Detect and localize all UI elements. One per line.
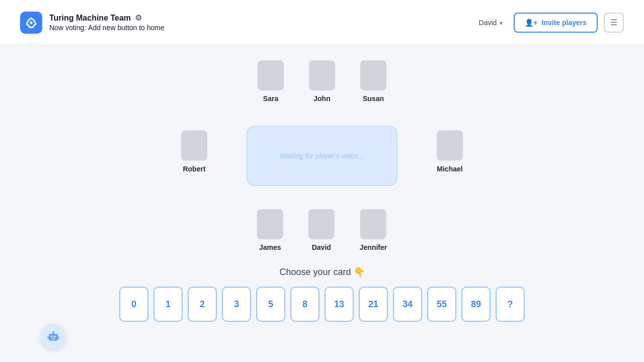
main-content: Sara John Susan Robert [0,45,644,362]
avatar-robert [181,131,207,161]
player-name-jennifer: Jennifer [360,243,387,251]
user-selector[interactable]: David [474,16,508,30]
player-name-david: David [312,243,331,251]
player-name-john: John [313,95,330,103]
card-button-89[interactable]: 89 [461,287,491,322]
avatar-michael [437,131,463,161]
top-players: Sara John Susan [258,60,386,103]
choose-label: Choose your card 👇 [0,266,644,278]
player-card-robert: Robert [181,131,207,173]
player-card-susan: Susan [360,60,386,103]
player-name-robert: Robert [183,165,205,173]
invite-icon: 👤+ [525,19,537,27]
left-players: Robert [181,131,207,173]
svg-rect-7 [47,336,49,339]
player-card-david: David [308,209,335,251]
card-button-?[interactable]: ? [496,287,525,322]
card-button-55[interactable]: 55 [427,287,456,322]
player-name-james: James [259,243,281,251]
card-button-34[interactable]: 34 [393,287,422,322]
waiting-text: Waiting for player's votes... [280,152,364,160]
header-actions: David 👤+ Invite players ☰ [474,13,624,33]
robot-icon [46,329,61,344]
header-title-group: Turing Machine Team ⚙ Now voting: Add ne… [49,13,474,32]
svg-point-0 [30,21,32,24]
player-card-jennifer: Jennifer [360,209,387,251]
avatar-david [308,209,335,239]
card-button-13[interactable]: 13 [325,287,354,322]
waiting-box: Waiting for player's votes... [247,126,397,186]
svg-rect-4 [52,338,55,339]
svg-rect-3 [54,336,56,337]
team-name: Turing Machine Team ⚙ [49,13,474,23]
avatar-jennifer [360,209,386,239]
svg-rect-1 [49,334,58,341]
card-button-8[interactable]: 8 [290,287,319,322]
app-logo [20,12,42,34]
avatar-james [257,209,283,239]
right-players: Michael [437,131,463,173]
invite-players-button[interactable]: 👤+ Invite players [514,13,598,33]
card-button-5[interactable]: 5 [256,287,285,322]
avatar-sara [258,60,284,90]
player-card-john: John [309,60,335,103]
player-card-michael: Michael [437,131,463,173]
svg-rect-2 [51,336,53,337]
card-button-3[interactable]: 3 [222,287,251,322]
players-layout: Sara John Susan Robert [196,60,448,251]
chevron-down-icon [500,19,503,27]
settings-icon[interactable]: ⚙ [135,13,142,23]
robot-assistant-button[interactable] [40,324,66,350]
player-name-michael: Michael [437,165,462,173]
player-card-sara: Sara [258,60,284,103]
card-button-1[interactable]: 1 [153,287,183,322]
player-name-susan: Susan [363,95,384,103]
player-name-sara: Sara [263,95,278,103]
avatar-susan [360,60,386,90]
logo-icon [25,16,38,29]
cards-row: 0123581321345589? [0,287,644,322]
menu-button[interactable]: ☰ [604,13,624,33]
svg-rect-8 [58,336,59,339]
app-header: Turing Machine Team ⚙ Now voting: Add ne… [0,0,644,45]
player-card-james: James [257,209,283,251]
menu-icon: ☰ [610,18,617,27]
voting-topic: Now voting: Add new button to home [49,24,474,32]
table-area: Sara John Susan Robert [0,45,644,251]
card-button-2[interactable]: 2 [188,287,217,322]
card-button-21[interactable]: 21 [359,287,388,322]
avatar-john [309,60,335,90]
bottom-players: James David Jennifer [257,209,387,251]
svg-point-6 [53,331,54,333]
choose-card-section: Choose your card 👇 0123581321345589? [0,266,644,322]
card-button-0[interactable]: 0 [119,287,148,322]
